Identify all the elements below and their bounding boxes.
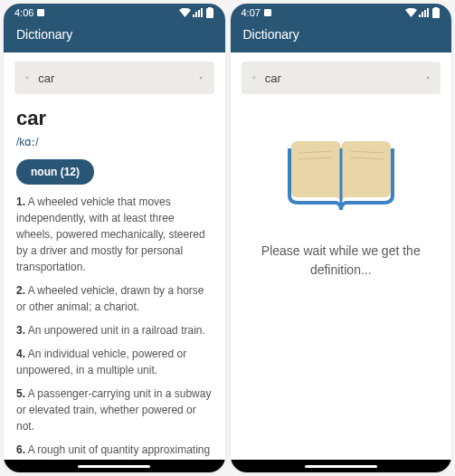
status-bar: 4:07 bbox=[231, 4, 452, 20]
search-icon bbox=[252, 71, 256, 85]
definition-item: 2. A wheeled vehicle, drawn by a horse o… bbox=[16, 282, 213, 315]
app-header: Dictionary bbox=[4, 20, 225, 52]
clear-icon[interactable] bbox=[426, 71, 430, 85]
status-bar: 4:06 bbox=[4, 4, 225, 20]
search-bar[interactable] bbox=[14, 62, 214, 94]
wifi-icon bbox=[405, 8, 417, 17]
svg-rect-9 bbox=[434, 7, 438, 9]
loading-state: Please wait while we get the definition.… bbox=[231, 103, 452, 472]
definition-item: 1. A wheeled vehicle that moves independ… bbox=[16, 194, 213, 275]
battery-icon bbox=[431, 7, 441, 18]
pronunciation: /kɑː/ bbox=[16, 136, 213, 148]
notification-icon bbox=[37, 9, 44, 16]
phone-screen-loading: 4:07 Dictionary Please wait while we get… bbox=[231, 4, 452, 472]
wifi-icon bbox=[179, 8, 191, 17]
svg-line-4 bbox=[28, 79, 29, 80]
word-heading: car bbox=[16, 107, 213, 130]
loading-text: Please wait while we get the definition.… bbox=[231, 242, 452, 280]
svg-rect-0 bbox=[37, 9, 44, 16]
app-header: Dictionary bbox=[231, 20, 452, 52]
book-icon bbox=[282, 130, 400, 216]
phone-screen-results: 4:06 Dictionary car /kɑː/ noun (12) 1. A… bbox=[4, 4, 225, 472]
app-title: Dictionary bbox=[243, 27, 299, 42]
signal-icon bbox=[193, 8, 204, 17]
search-input[interactable] bbox=[265, 71, 417, 85]
status-time: 4:07 bbox=[242, 7, 261, 18]
nav-bar bbox=[231, 460, 452, 472]
svg-rect-2 bbox=[208, 7, 212, 9]
app-title: Dictionary bbox=[16, 27, 72, 42]
notification-icon bbox=[264, 9, 271, 16]
svg-point-10 bbox=[252, 76, 254, 78]
svg-point-3 bbox=[26, 76, 28, 78]
definition-list: 1. A wheeled vehicle that moves independ… bbox=[16, 194, 213, 472]
battery-icon bbox=[205, 7, 214, 18]
signal-icon bbox=[419, 8, 430, 17]
search-icon bbox=[25, 71, 29, 85]
svg-rect-8 bbox=[432, 8, 440, 18]
status-time: 4:06 bbox=[14, 7, 33, 18]
svg-rect-7 bbox=[264, 9, 271, 16]
definition-item: 5. A passenger-carrying unit in a subway… bbox=[16, 386, 213, 434]
pos-chip[interactable]: noun (12) bbox=[16, 159, 94, 185]
definition-item: 3. An unpowered unit in a railroad train… bbox=[16, 322, 213, 338]
definition-item: 4. An individual vehicle, powered or unp… bbox=[16, 346, 213, 378]
svg-line-11 bbox=[254, 79, 255, 80]
nav-bar bbox=[4, 460, 225, 472]
search-bar[interactable] bbox=[242, 62, 441, 94]
svg-rect-1 bbox=[206, 8, 213, 18]
clear-icon[interactable] bbox=[199, 71, 203, 85]
result-content: car /kɑː/ noun (12) 1. A wheeled vehicle… bbox=[4, 103, 225, 472]
search-input[interactable] bbox=[38, 71, 190, 85]
